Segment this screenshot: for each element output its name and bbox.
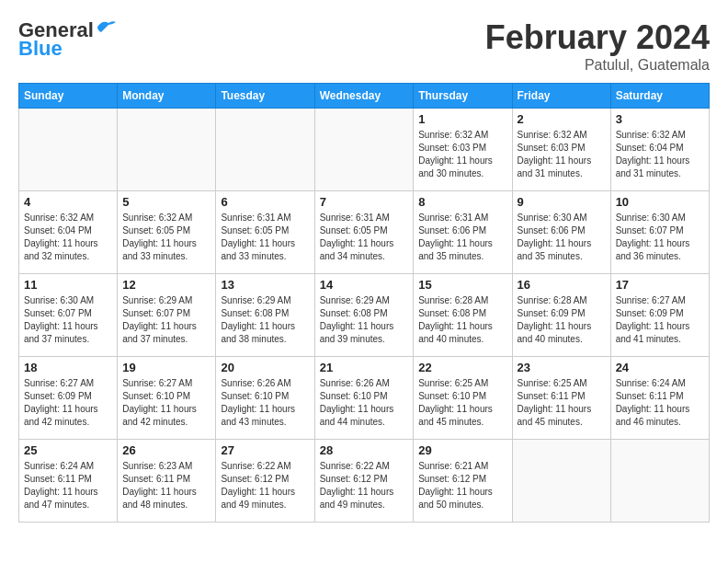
- day-number: 25: [24, 443, 112, 457]
- calendar-cell: 21Sunrise: 6:26 AMSunset: 6:10 PMDayligh…: [314, 357, 414, 440]
- day-number: 28: [320, 443, 409, 457]
- calendar-cell: 15Sunrise: 6:28 AMSunset: 6:08 PMDayligh…: [414, 274, 512, 357]
- day-info: Sunrise: 6:26 AMSunset: 6:10 PMDaylight:…: [221, 377, 309, 429]
- day-info: Sunrise: 6:32 AMSunset: 6:04 PMDaylight:…: [616, 129, 704, 180]
- day-info: Sunrise: 6:32 AMSunset: 6:03 PMDaylight:…: [518, 129, 606, 180]
- day-info: Sunrise: 6:24 AMSunset: 6:11 PMDaylight:…: [616, 377, 704, 429]
- calendar-cell: 1Sunrise: 6:32 AMSunset: 6:03 PMDaylight…: [414, 109, 512, 191]
- day-number: 3: [616, 112, 704, 126]
- calendar-cell: 3Sunrise: 6:32 AMSunset: 6:04 PMDaylight…: [610, 109, 709, 191]
- calendar-cell: 22Sunrise: 6:25 AMSunset: 6:10 PMDayligh…: [414, 357, 512, 440]
- calendar-cell: 8Sunrise: 6:31 AMSunset: 6:06 PMDaylight…: [414, 191, 512, 274]
- week-row-2: 11Sunrise: 6:30 AMSunset: 6:07 PMDayligh…: [19, 274, 710, 357]
- calendar-cell: [314, 109, 414, 191]
- day-number: 1: [418, 112, 506, 126]
- calendar-cell: [610, 440, 709, 523]
- location: Patulul, Guatemala: [485, 57, 710, 74]
- day-info: Sunrise: 6:30 AMSunset: 6:07 PMDaylight:…: [24, 294, 112, 346]
- calendar-cell: 24Sunrise: 6:24 AMSunset: 6:11 PMDayligh…: [610, 357, 709, 440]
- day-number: 21: [320, 361, 409, 374]
- day-number: 18: [24, 361, 112, 374]
- day-info: Sunrise: 6:27 AMSunset: 6:09 PMDaylight:…: [24, 377, 112, 429]
- col-header-saturday: Saturday: [610, 84, 709, 109]
- calendar-cell: 23Sunrise: 6:25 AMSunset: 6:11 PMDayligh…: [512, 357, 610, 440]
- calendar-cell: 28Sunrise: 6:22 AMSunset: 6:12 PMDayligh…: [314, 440, 414, 523]
- calendar-cell: [512, 440, 610, 523]
- calendar-cell: 25Sunrise: 6:24 AMSunset: 6:11 PMDayligh…: [19, 440, 118, 523]
- col-header-wednesday: Wednesday: [314, 84, 414, 109]
- calendar-cell: 12Sunrise: 6:29 AMSunset: 6:07 PMDayligh…: [118, 274, 216, 357]
- day-info: Sunrise: 6:32 AMSunset: 6:05 PMDaylight:…: [122, 212, 210, 263]
- day-number: 17: [616, 278, 704, 292]
- day-info: Sunrise: 6:30 AMSunset: 6:07 PMDaylight:…: [616, 212, 704, 263]
- day-number: 8: [418, 195, 506, 209]
- calendar-cell: 20Sunrise: 6:26 AMSunset: 6:10 PMDayligh…: [216, 357, 314, 440]
- day-number: 7: [320, 195, 409, 209]
- calendar-cell: 26Sunrise: 6:23 AMSunset: 6:11 PMDayligh…: [118, 440, 216, 523]
- calendar-table: SundayMondayTuesdayWednesdayThursdayFrid…: [18, 83, 710, 523]
- calendar-cell: 17Sunrise: 6:27 AMSunset: 6:09 PMDayligh…: [610, 274, 709, 357]
- col-header-monday: Monday: [118, 84, 216, 109]
- logo: General Blue: [18, 18, 116, 61]
- day-info: Sunrise: 6:25 AMSunset: 6:11 PMDaylight:…: [518, 377, 606, 429]
- day-info: Sunrise: 6:31 AMSunset: 6:05 PMDaylight:…: [221, 212, 309, 263]
- day-number: 5: [122, 195, 210, 209]
- week-row-3: 18Sunrise: 6:27 AMSunset: 6:09 PMDayligh…: [19, 357, 710, 440]
- day-number: 13: [221, 278, 309, 292]
- calendar-cell: 10Sunrise: 6:30 AMSunset: 6:07 PMDayligh…: [610, 191, 709, 274]
- day-number: 6: [221, 195, 309, 209]
- day-number: 12: [122, 278, 210, 292]
- col-header-tuesday: Tuesday: [216, 84, 314, 109]
- day-info: Sunrise: 6:29 AMSunset: 6:08 PMDaylight:…: [320, 294, 409, 346]
- month-title: February 2024: [485, 18, 710, 57]
- day-number: 14: [320, 278, 409, 292]
- day-info: Sunrise: 6:28 AMSunset: 6:09 PMDaylight:…: [518, 294, 606, 346]
- calendar-cell: 11Sunrise: 6:30 AMSunset: 6:07 PMDayligh…: [19, 274, 118, 357]
- col-header-thursday: Thursday: [414, 84, 512, 109]
- day-info: Sunrise: 6:30 AMSunset: 6:06 PMDaylight:…: [518, 212, 606, 263]
- day-number: 22: [418, 361, 506, 374]
- calendar-cell: 4Sunrise: 6:32 AMSunset: 6:04 PMDaylight…: [19, 191, 118, 274]
- day-number: 16: [518, 278, 606, 292]
- day-number: 26: [122, 443, 210, 457]
- week-row-0: 1Sunrise: 6:32 AMSunset: 6:03 PMDaylight…: [19, 109, 710, 191]
- day-number: 29: [418, 443, 506, 457]
- calendar-cell: 27Sunrise: 6:22 AMSunset: 6:12 PMDayligh…: [216, 440, 314, 523]
- day-info: Sunrise: 6:29 AMSunset: 6:07 PMDaylight:…: [122, 294, 210, 346]
- logo-blue: Blue: [18, 37, 63, 61]
- week-row-4: 25Sunrise: 6:24 AMSunset: 6:11 PMDayligh…: [19, 440, 710, 523]
- day-info: Sunrise: 6:29 AMSunset: 6:08 PMDaylight:…: [221, 294, 309, 346]
- logo-bird-icon: [96, 19, 116, 34]
- week-row-1: 4Sunrise: 6:32 AMSunset: 6:04 PMDaylight…: [19, 191, 710, 274]
- day-number: 9: [518, 195, 606, 209]
- day-info: Sunrise: 6:31 AMSunset: 6:06 PMDaylight:…: [418, 212, 506, 263]
- day-number: 2: [518, 112, 606, 126]
- calendar-cell: 29Sunrise: 6:21 AMSunset: 6:12 PMDayligh…: [414, 440, 512, 523]
- title-block: February 2024 Patulul, Guatemala: [485, 18, 710, 74]
- day-info: Sunrise: 6:27 AMSunset: 6:10 PMDaylight:…: [122, 377, 210, 429]
- calendar-cell: [118, 109, 216, 191]
- calendar-cell: 6Sunrise: 6:31 AMSunset: 6:05 PMDaylight…: [216, 191, 314, 274]
- day-info: Sunrise: 6:32 AMSunset: 6:04 PMDaylight:…: [24, 212, 112, 263]
- day-number: 23: [518, 361, 606, 374]
- day-info: Sunrise: 6:26 AMSunset: 6:10 PMDaylight:…: [320, 377, 409, 429]
- day-info: Sunrise: 6:24 AMSunset: 6:11 PMDaylight:…: [24, 460, 112, 511]
- header-row: SundayMondayTuesdayWednesdayThursdayFrid…: [19, 84, 710, 109]
- day-number: 24: [616, 361, 704, 374]
- day-info: Sunrise: 6:21 AMSunset: 6:12 PMDaylight:…: [418, 460, 506, 511]
- calendar-cell: 5Sunrise: 6:32 AMSunset: 6:05 PMDaylight…: [118, 191, 216, 274]
- day-info: Sunrise: 6:23 AMSunset: 6:11 PMDaylight:…: [122, 460, 210, 511]
- day-number: 19: [122, 361, 210, 374]
- calendar-cell: 14Sunrise: 6:29 AMSunset: 6:08 PMDayligh…: [314, 274, 414, 357]
- calendar-cell: 7Sunrise: 6:31 AMSunset: 6:05 PMDaylight…: [314, 191, 414, 274]
- day-info: Sunrise: 6:28 AMSunset: 6:08 PMDaylight:…: [418, 294, 506, 346]
- calendar-cell: 13Sunrise: 6:29 AMSunset: 6:08 PMDayligh…: [216, 274, 314, 357]
- day-info: Sunrise: 6:25 AMSunset: 6:10 PMDaylight:…: [418, 377, 506, 429]
- day-number: 11: [24, 278, 112, 292]
- col-header-sunday: Sunday: [19, 84, 118, 109]
- calendar-cell: 2Sunrise: 6:32 AMSunset: 6:03 PMDaylight…: [512, 109, 610, 191]
- day-number: 10: [616, 195, 704, 209]
- calendar-cell: 19Sunrise: 6:27 AMSunset: 6:10 PMDayligh…: [118, 357, 216, 440]
- day-number: 20: [221, 361, 309, 374]
- day-number: 4: [24, 195, 112, 209]
